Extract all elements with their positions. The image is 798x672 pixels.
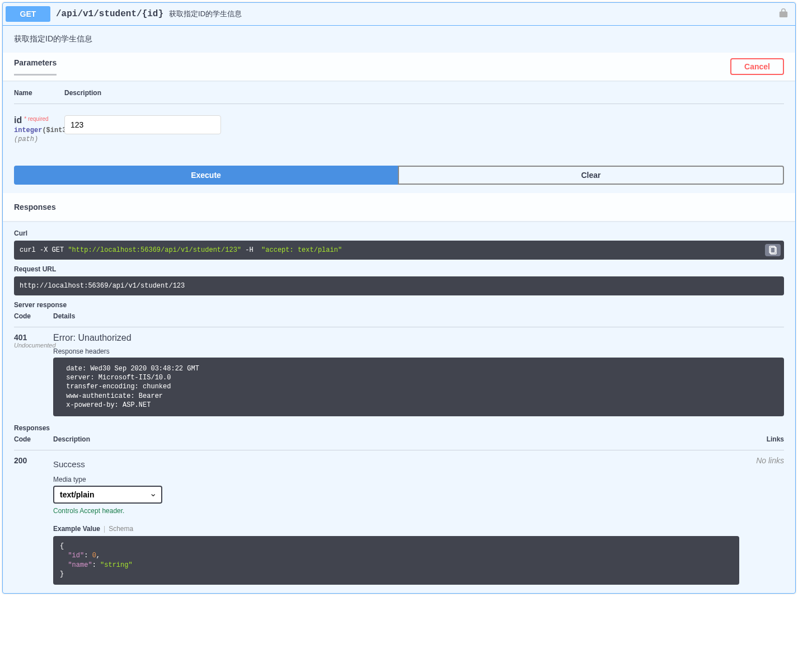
parameter-row: id* required integer($int32) (path) — [14, 110, 784, 143]
operation-summary[interactable]: GET /api/v1/student/{id} 获取指定ID的学生信息 — [3, 3, 795, 26]
required-marker: * required — [22, 116, 48, 122]
documented-code: 200 — [14, 456, 53, 585]
param-type: integer — [14, 126, 42, 134]
operation-body: 获取指定ID的学生信息 Parameters Cancel Name Descr… — [3, 26, 795, 593]
cancel-button[interactable]: Cancel — [730, 58, 784, 75]
lock-icon[interactable] — [774, 6, 792, 22]
request-url-block: http://localhost:56369/api/v1/student/12… — [14, 276, 784, 295]
response-code: 401 — [14, 333, 53, 342]
col-header-description2: Description — [53, 435, 739, 443]
documented-description: Success — [53, 459, 739, 469]
execute-button[interactable]: Execute — [14, 166, 398, 185]
media-type-select[interactable]: text/plain — [53, 486, 162, 504]
operation-block: GET /api/v1/student/{id} 获取指定ID的学生信息 获取指… — [2, 2, 796, 594]
param-id-input[interactable] — [64, 115, 221, 134]
param-in: (path) — [14, 134, 64, 143]
parameters-tab[interactable]: Parameters — [14, 58, 57, 76]
action-buttons: Execute Clear — [3, 154, 795, 193]
param-name: id — [14, 115, 22, 125]
col-header-code: Code — [14, 312, 53, 320]
server-response-label: Server response — [14, 301, 784, 309]
col-header-details: Details — [53, 312, 784, 320]
no-links-text: No links — [739, 456, 784, 585]
col-header-name: Name — [14, 89, 64, 97]
response-headers-label: Response headers — [53, 347, 784, 355]
col-header-code2: Code — [14, 435, 53, 443]
accept-header-note: Controls Accept header. — [53, 507, 739, 515]
responses-area: Curl curl -X GET "http://localhost:56369… — [3, 221, 795, 593]
error-message: Error: Unauthorized — [53, 333, 784, 343]
operation-description: 获取指定ID的学生信息 — [3, 26, 795, 53]
documented-responses-label: Responses — [14, 424, 784, 432]
operation-path: /api/v1/student/{id} — [50, 9, 163, 19]
schema-tab[interactable]: Schema — [109, 525, 133, 533]
request-url-label: Request URL — [14, 265, 784, 273]
example-value-tab[interactable]: Example Value — [53, 525, 100, 533]
operation-title: 获取指定ID的学生信息 — [163, 9, 242, 19]
parameters-header: Parameters Cancel — [3, 53, 795, 81]
example-value-block: { "id": 0, "name": "string" } — [53, 536, 739, 585]
parameters-table: Name Description id* required integer($i… — [3, 81, 795, 154]
method-badge: GET — [6, 6, 50, 22]
responses-label: Responses — [14, 203, 56, 212]
curl-block: curl -X GET "http://localhost:56369/api/… — [14, 241, 784, 260]
response-headers-block: date: Wed30 Sep 2020 03:48:22 GMT server… — [53, 358, 784, 416]
clear-button[interactable]: Clear — [398, 166, 784, 185]
col-header-description: Description — [64, 89, 784, 97]
curl-label: Curl — [14, 229, 784, 237]
col-header-links: Links — [739, 435, 784, 443]
undocumented-label: Undocumented — [14, 342, 53, 349]
responses-header: Responses — [3, 193, 795, 221]
media-type-label: Media type — [53, 476, 739, 483]
copy-icon[interactable] — [765, 244, 781, 256]
